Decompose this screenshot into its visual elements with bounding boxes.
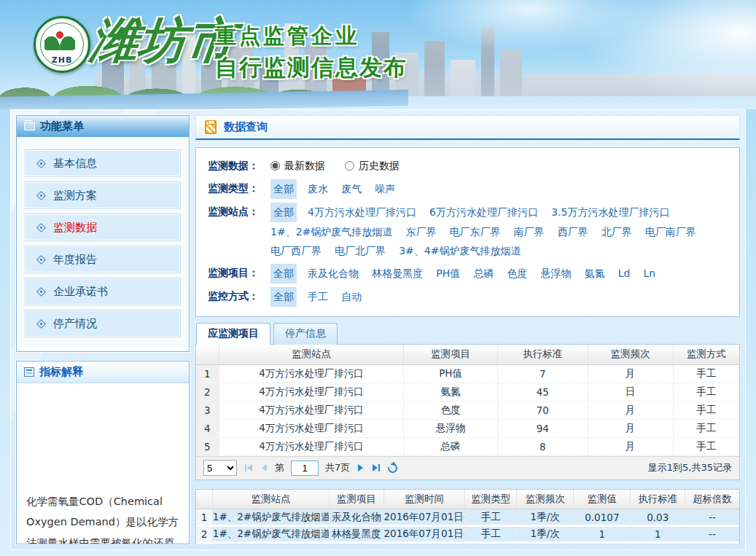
history-data-radio[interactable] <box>345 161 354 171</box>
cell: 4万方污水处理厂排污口 <box>219 419 403 437</box>
cell: 月 <box>588 401 673 419</box>
station-option[interactable]: 南厂界 <box>514 223 545 241</box>
table-row[interactable]: 5 4万方污水处理厂排污口 总磷 8 月 手工 <box>196 437 739 455</box>
filter-options-mode: 全部 手工 自动 <box>270 287 732 307</box>
history-data-option[interactable]: 历史数据 <box>345 157 400 175</box>
item-option[interactable]: 全部 <box>270 264 297 283</box>
cell: 2016年07月01日-09 <box>383 543 465 545</box>
column-header[interactable]: 监测项目 <box>330 490 384 509</box>
column-header[interactable]: 监测方式 <box>673 345 739 364</box>
station-option[interactable]: 电厂北厂界 <box>335 242 386 260</box>
table-row[interactable]: 4 4万方污水处理厂排污口 悬浮物 94 月 手工 <box>196 419 739 437</box>
page-size-select[interactable]: 5 <box>203 460 237 476</box>
item-option[interactable]: Ln <box>644 265 656 283</box>
cell: 1#、2#锅炉废气排放烟道 <box>212 526 329 543</box>
row-number: 3 <box>196 401 219 419</box>
type-option-noise[interactable]: 噪声 <box>375 180 395 198</box>
mode-option-all[interactable]: 全部 <box>270 287 297 307</box>
column-header[interactable] <box>196 345 219 364</box>
station-option[interactable]: 北厂界 <box>601 223 632 241</box>
tab-monitoring-items[interactable]: 应监测项目 <box>196 323 270 345</box>
refresh-icon[interactable] <box>386 461 400 474</box>
indicator-explanation-header: 指标解释 <box>17 361 189 383</box>
table-row[interactable]: 2 4万方污水处理厂排污口 氨氮 45 日 手工 <box>196 383 739 401</box>
indicator-explanation-title: 指标解释 <box>39 365 83 379</box>
column-header[interactable]: 执行标准 <box>497 345 588 364</box>
filter-label-data: 监测数据： <box>208 157 270 175</box>
sidebar-item-basic-info[interactable]: 基本信息 <box>26 150 180 176</box>
station-option[interactable]: 4万方污水处理厂排污口 <box>308 203 416 222</box>
column-header[interactable]: 监测频次 <box>517 490 574 509</box>
table-row[interactable]: 2 1#、2#锅炉废气排放烟道 林格曼黑度 2016年07月01日-09 手工 … <box>196 526 739 543</box>
column-header[interactable]: 监测时间 <box>383 490 465 509</box>
page-number-input[interactable] <box>291 461 319 476</box>
column-header[interactable]: 监测站点 <box>212 490 329 509</box>
column-header[interactable] <box>196 490 212 509</box>
last-page-button[interactable] <box>371 464 381 471</box>
latest-data-radio[interactable] <box>270 161 280 171</box>
item-option[interactable]: Ld <box>618 265 631 283</box>
station-option[interactable]: 全部 <box>270 203 297 222</box>
station-option[interactable]: 电厂西厂界 <box>270 242 322 260</box>
item-option[interactable]: 汞及化合物 <box>308 265 359 283</box>
monitoring-data-table: 监测站点 监测项目 监测时间 监测类型 监测频次 监测值 执行标准 超标倍数 1… <box>196 490 739 545</box>
item-option[interactable]: 氨氮 <box>585 265 605 283</box>
indicator-text: 化学需氧量COD（Chemical Oxygen Demand）是以化学方法测量… <box>17 383 189 544</box>
prev-page-button[interactable] <box>260 464 268 471</box>
mode-option-manual[interactable]: 手工 <box>308 288 328 306</box>
sidebar-item-commitment-letter[interactable]: 企业承诺书 <box>26 278 180 305</box>
row-number: 2 <box>196 526 212 543</box>
cell: 4万方污水处理厂排污口 <box>219 383 403 401</box>
sidebar-item-monitoring-plan[interactable]: 监测方案 <box>26 182 180 208</box>
filter-row-mode: 监控方式： 全部 手工 自动 <box>208 287 732 307</box>
item-option[interactable]: 悬浮物 <box>541 265 572 283</box>
station-option[interactable]: 电厂南厂界 <box>645 223 696 241</box>
column-header[interactable]: 超标倍数 <box>685 490 739 509</box>
cell: 0.03 <box>631 509 685 526</box>
column-header[interactable]: 执行标准 <box>631 490 685 509</box>
table-header-row: 监测站点 监测项目 执行标准 监测频次 监测方式 <box>196 345 739 364</box>
station-option[interactable]: 1#、2#锅炉废气排放烟道 <box>270 223 392 241</box>
station-option[interactable]: 6万方污水处理厂排污口 <box>429 203 538 222</box>
cell: 4万方污水处理厂排污口 <box>219 364 403 383</box>
column-header[interactable]: 监测项目 <box>404 345 498 364</box>
sidebar-item-label: 停产情况 <box>53 317 97 331</box>
cell: 手工 <box>673 364 739 383</box>
indicator-explanation-panel: 指标解释 化学需氧量COD（Chemical Oxygen Demand）是以化… <box>16 361 190 544</box>
sidebar-item-annual-report[interactable]: 年度报告 <box>26 246 180 273</box>
cell: 1季/次 <box>517 526 574 543</box>
station-option[interactable]: 西厂界 <box>558 223 588 241</box>
item-option[interactable]: PH值 <box>436 265 460 283</box>
type-option-wastewater[interactable]: 废水 <box>308 180 328 198</box>
table-row[interactable]: 1 4万方污水处理厂排污口 PH值 7 月 手工 <box>196 364 739 383</box>
column-header[interactable]: 监测频次 <box>588 345 673 364</box>
folder-icon <box>24 122 35 130</box>
sidebar-item-monitoring-data[interactable]: 监测数据 <box>26 214 180 240</box>
latest-data-option[interactable]: 最新数据 <box>270 157 325 175</box>
tab-shutdown-info[interactable]: 停产信息 <box>273 323 338 345</box>
column-header[interactable]: 监测站点 <box>219 345 403 364</box>
mode-option-auto[interactable]: 自动 <box>341 288 362 306</box>
cell: 3#、4#锅炉废气排放烟道 <box>212 543 329 545</box>
type-option-all[interactable]: 全部 <box>270 179 297 199</box>
item-option[interactable]: 总磷 <box>473 265 494 283</box>
station-option[interactable]: 3.5万方污水处理厂排污口 <box>551 203 669 222</box>
table-row[interactable]: 1 1#、2#锅炉废气排放烟道 汞及化合物 2016年07月01日-09 手工 … <box>196 509 739 526</box>
item-option[interactable]: 色度 <box>507 265 527 283</box>
table-row[interactable]: 3 4万方污水处理厂排污口 色度 70 月 手工 <box>196 401 739 419</box>
column-header[interactable]: 监测类型 <box>465 490 517 509</box>
sidebar-item-shutdown-status[interactable]: 停产情况 <box>26 310 180 337</box>
banner-title-line2: 自行监测信息发布 <box>215 52 408 83</box>
diamond-arrow-icon <box>36 191 46 200</box>
next-page-button[interactable] <box>356 464 365 471</box>
station-option[interactable]: 东厂界 <box>405 223 436 241</box>
table-row[interactable]: 3 3#、4#锅炉废气排放烟道 汞及化合物 2016年07月01日-09 手工 … <box>196 543 739 545</box>
station-option[interactable]: 3#、4#锅炉废气排放烟道 <box>399 242 521 260</box>
station-option[interactable]: 电厂东厂界 <box>449 223 500 241</box>
column-header[interactable]: 监测值 <box>574 490 631 509</box>
type-option-exhaust-gas[interactable]: 废气 <box>341 180 362 198</box>
filter-label-item: 监测项目： <box>208 264 270 282</box>
diamond-arrow-icon <box>36 223 46 232</box>
first-page-button[interactable] <box>243 464 254 471</box>
item-option[interactable]: 林格曼黑度 <box>372 265 423 283</box>
